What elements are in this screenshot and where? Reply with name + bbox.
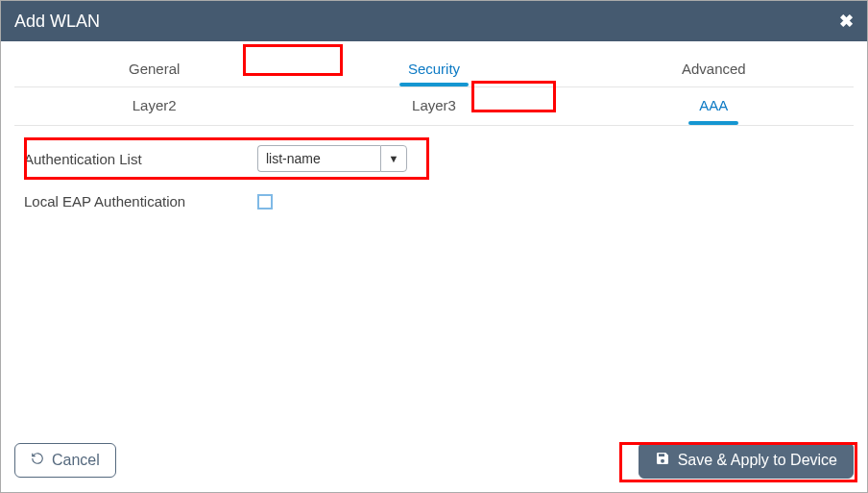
local-eap-label: Local EAP Authentication (22, 193, 257, 210)
subtab-layer2[interactable]: Layer2 (14, 87, 294, 125)
dialog-footer: Cancel Save & Apply to Device (1, 432, 867, 492)
sub-tab-row: Layer2 Layer3 AAA (14, 87, 854, 126)
tab-label: Security (408, 61, 460, 77)
auth-list-dropdown-button[interactable]: ▼ (380, 145, 407, 172)
auth-list-combobox[interactable]: ▼ (257, 145, 407, 172)
subtab-aaa[interactable]: AAA (574, 87, 854, 125)
save-icon (655, 451, 670, 470)
title-bar: Add WLAN ✖ (1, 1, 867, 41)
undo-icon (31, 452, 44, 469)
auth-list-label: Authentication List (22, 151, 257, 167)
subtab-underline (688, 121, 738, 125)
save-button-label: Save & Apply to Device (678, 452, 837, 469)
add-wlan-dialog: Add WLAN ✖ General Security Advanced Lay… (0, 0, 868, 493)
tab-label: General (129, 61, 180, 77)
cancel-button-label: Cancel (52, 452, 100, 469)
row-authentication-list: Authentication List ▼ (22, 145, 846, 172)
subtab-label: Layer2 (133, 97, 177, 113)
main-tab-row: General Security Advanced (14, 53, 854, 87)
cancel-button[interactable]: Cancel (14, 443, 116, 478)
tab-label: Advanced (682, 61, 746, 77)
subtab-label: Layer3 (412, 97, 456, 113)
form-area: Authentication List ▼ Local EAP Authenti… (14, 126, 854, 250)
close-icon[interactable]: ✖ (839, 11, 854, 32)
tab-advanced[interactable]: Advanced (574, 53, 854, 86)
tab-general[interactable]: General (14, 53, 294, 86)
subtab-layer3[interactable]: Layer3 (294, 87, 573, 125)
tab-underline (399, 83, 469, 86)
dialog-body: General Security Advanced Layer2 Layer3 … (1, 41, 867, 432)
caret-down-icon: ▼ (389, 153, 399, 164)
subtab-label: AAA (699, 97, 728, 113)
dialog-title: Add WLAN (14, 12, 100, 32)
save-apply-button[interactable]: Save & Apply to Device (639, 442, 854, 479)
auth-list-input[interactable] (257, 145, 380, 172)
row-local-eap: Local EAP Authentication (22, 193, 846, 210)
tab-security[interactable]: Security (294, 53, 573, 86)
local-eap-checkbox[interactable] (257, 194, 273, 210)
